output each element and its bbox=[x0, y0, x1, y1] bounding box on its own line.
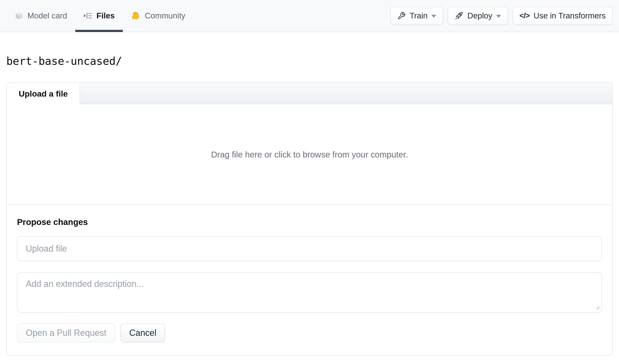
active-tab-underline bbox=[75, 30, 123, 32]
propose-changes-heading: Propose changes bbox=[17, 217, 602, 227]
versions-icon bbox=[84, 11, 93, 20]
cube-icon bbox=[14, 11, 24, 20]
tab-model-card-label: Model card bbox=[28, 11, 67, 20]
repo-tab-bar: Model card Files bbox=[6, 0, 194, 31]
upload-panel: Upload a file Drag file here or click to… bbox=[6, 83, 613, 356]
waving-hand-icon bbox=[131, 11, 141, 21]
wrench-icon bbox=[397, 12, 406, 20]
file-dropzone[interactable]: Drag file here or click to browse from y… bbox=[7, 104, 612, 205]
description-textarea[interactable] bbox=[17, 272, 602, 313]
tab-files[interactable]: Files bbox=[75, 0, 123, 31]
use-in-transformers-label: Use in Transformers bbox=[534, 11, 606, 20]
deploy-button[interactable]: Deploy bbox=[448, 7, 508, 25]
train-button-label: Train bbox=[409, 11, 427, 20]
tab-community[interactable]: Community bbox=[123, 0, 194, 31]
repo-nav: Model card Files bbox=[0, 0, 619, 32]
open-pull-request-button[interactable]: Open a Pull Request bbox=[17, 323, 115, 342]
dropzone-text: Drag file here or click to browse from y… bbox=[211, 150, 408, 159]
tab-files-label: Files bbox=[96, 11, 114, 20]
tab-bar-filler bbox=[80, 83, 612, 104]
description-field-wrapper bbox=[17, 272, 602, 313]
tab-community-label: Community bbox=[145, 11, 185, 20]
cancel-button[interactable]: Cancel bbox=[120, 323, 165, 342]
rocket-icon bbox=[455, 11, 464, 20]
caret-down-icon bbox=[431, 15, 436, 18]
deploy-button-label: Deploy bbox=[467, 11, 492, 20]
tab-upload-a-file[interactable]: Upload a file bbox=[7, 83, 80, 104]
use-in-transformers-button[interactable]: </> Use in Transformers bbox=[512, 7, 613, 25]
train-button[interactable]: Train bbox=[390, 7, 443, 25]
form-actions: Open a Pull Request Cancel bbox=[17, 323, 602, 342]
upload-panel-tab-bar: Upload a file bbox=[7, 83, 612, 104]
propose-changes-section: Propose changes Open a Pull Request Canc… bbox=[7, 205, 612, 342]
caret-down-icon bbox=[496, 15, 501, 18]
repo-action-buttons: Train Deploy </> Use in Transformers bbox=[390, 7, 613, 25]
filename-input[interactable] bbox=[17, 236, 602, 261]
breadcrumb[interactable]: bert-base-uncased/ bbox=[6, 55, 122, 68]
resize-handle-icon[interactable] bbox=[596, 306, 600, 310]
tab-model-card[interactable]: Model card bbox=[6, 0, 75, 31]
code-icon: </> bbox=[520, 11, 530, 20]
